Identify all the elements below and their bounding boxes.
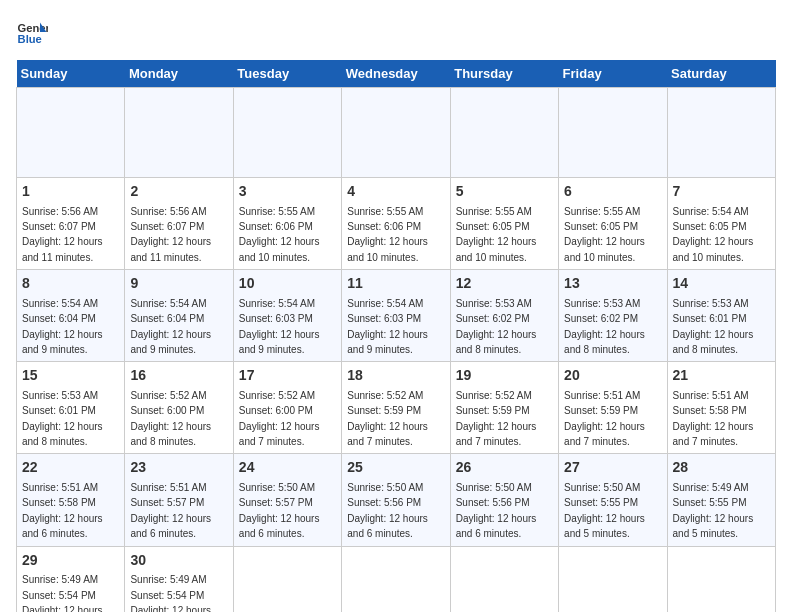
header-cell-thursday: Thursday	[450, 60, 558, 88]
day-info: Sunrise: 5:51 AM Sunset: 5:59 PM Dayligh…	[564, 390, 645, 447]
calendar-table: SundayMondayTuesdayWednesdayThursdayFrid…	[16, 60, 776, 612]
day-info: Sunrise: 5:55 AM Sunset: 6:06 PM Dayligh…	[347, 206, 428, 263]
day-number: 20	[564, 366, 661, 386]
day-info: Sunrise: 5:51 AM Sunset: 5:57 PM Dayligh…	[130, 482, 211, 539]
day-number: 6	[564, 182, 661, 202]
svg-text:Blue: Blue	[18, 33, 42, 45]
day-number: 26	[456, 458, 553, 478]
calendar-cell	[450, 88, 558, 178]
calendar-cell	[667, 88, 775, 178]
calendar-cell: 7Sunrise: 5:54 AM Sunset: 6:05 PM Daylig…	[667, 178, 775, 270]
day-number: 1	[22, 182, 119, 202]
calendar-week-4: 22Sunrise: 5:51 AM Sunset: 5:58 PM Dayli…	[17, 454, 776, 546]
day-info: Sunrise: 5:54 AM Sunset: 6:05 PM Dayligh…	[673, 206, 754, 263]
calendar-cell	[125, 88, 233, 178]
calendar-cell: 19Sunrise: 5:52 AM Sunset: 5:59 PM Dayli…	[450, 362, 558, 454]
calendar-cell: 11Sunrise: 5:54 AM Sunset: 6:03 PM Dayli…	[342, 270, 450, 362]
calendar-cell	[559, 88, 667, 178]
day-number: 23	[130, 458, 227, 478]
day-info: Sunrise: 5:52 AM Sunset: 5:59 PM Dayligh…	[456, 390, 537, 447]
calendar-cell: 24Sunrise: 5:50 AM Sunset: 5:57 PM Dayli…	[233, 454, 341, 546]
calendar-cell: 16Sunrise: 5:52 AM Sunset: 6:00 PM Dayli…	[125, 362, 233, 454]
day-info: Sunrise: 5:53 AM Sunset: 6:01 PM Dayligh…	[673, 298, 754, 355]
calendar-cell	[450, 546, 558, 612]
header-cell-sunday: Sunday	[17, 60, 125, 88]
day-info: Sunrise: 5:51 AM Sunset: 5:58 PM Dayligh…	[22, 482, 103, 539]
day-info: Sunrise: 5:54 AM Sunset: 6:04 PM Dayligh…	[22, 298, 103, 355]
day-number: 30	[130, 551, 227, 571]
calendar-cell: 23Sunrise: 5:51 AM Sunset: 5:57 PM Dayli…	[125, 454, 233, 546]
header-row: SundayMondayTuesdayWednesdayThursdayFrid…	[17, 60, 776, 88]
calendar-cell: 3Sunrise: 5:55 AM Sunset: 6:06 PM Daylig…	[233, 178, 341, 270]
calendar-cell	[667, 546, 775, 612]
calendar-cell: 18Sunrise: 5:52 AM Sunset: 5:59 PM Dayli…	[342, 362, 450, 454]
day-info: Sunrise: 5:54 AM Sunset: 6:04 PM Dayligh…	[130, 298, 211, 355]
day-info: Sunrise: 5:53 AM Sunset: 6:01 PM Dayligh…	[22, 390, 103, 447]
header-cell-monday: Monday	[125, 60, 233, 88]
day-info: Sunrise: 5:54 AM Sunset: 6:03 PM Dayligh…	[239, 298, 320, 355]
day-number: 15	[22, 366, 119, 386]
day-number: 7	[673, 182, 770, 202]
calendar-cell: 14Sunrise: 5:53 AM Sunset: 6:01 PM Dayli…	[667, 270, 775, 362]
calendar-cell: 17Sunrise: 5:52 AM Sunset: 6:00 PM Dayli…	[233, 362, 341, 454]
day-number: 21	[673, 366, 770, 386]
day-info: Sunrise: 5:50 AM Sunset: 5:55 PM Dayligh…	[564, 482, 645, 539]
day-info: Sunrise: 5:49 AM Sunset: 5:55 PM Dayligh…	[673, 482, 754, 539]
calendar-cell: 20Sunrise: 5:51 AM Sunset: 5:59 PM Dayli…	[559, 362, 667, 454]
day-number: 14	[673, 274, 770, 294]
header-cell-wednesday: Wednesday	[342, 60, 450, 88]
day-number: 28	[673, 458, 770, 478]
day-number: 10	[239, 274, 336, 294]
day-info: Sunrise: 5:49 AM Sunset: 5:54 PM Dayligh…	[130, 574, 211, 612]
calendar-week-2: 8Sunrise: 5:54 AM Sunset: 6:04 PM Daylig…	[17, 270, 776, 362]
calendar-cell: 4Sunrise: 5:55 AM Sunset: 6:06 PM Daylig…	[342, 178, 450, 270]
logo-icon: General Blue	[16, 16, 48, 48]
calendar-cell: 6Sunrise: 5:55 AM Sunset: 6:05 PM Daylig…	[559, 178, 667, 270]
day-number: 9	[130, 274, 227, 294]
calendar-header: SundayMondayTuesdayWednesdayThursdayFrid…	[17, 60, 776, 88]
day-info: Sunrise: 5:52 AM Sunset: 6:00 PM Dayligh…	[239, 390, 320, 447]
day-number: 12	[456, 274, 553, 294]
calendar-week-5: 29Sunrise: 5:49 AM Sunset: 5:54 PM Dayli…	[17, 546, 776, 612]
day-number: 2	[130, 182, 227, 202]
day-number: 16	[130, 366, 227, 386]
day-number: 27	[564, 458, 661, 478]
day-info: Sunrise: 5:56 AM Sunset: 6:07 PM Dayligh…	[130, 206, 211, 263]
day-info: Sunrise: 5:50 AM Sunset: 5:56 PM Dayligh…	[347, 482, 428, 539]
calendar-week-3: 15Sunrise: 5:53 AM Sunset: 6:01 PM Dayli…	[17, 362, 776, 454]
day-number: 29	[22, 551, 119, 571]
calendar-cell: 22Sunrise: 5:51 AM Sunset: 5:58 PM Dayli…	[17, 454, 125, 546]
day-info: Sunrise: 5:49 AM Sunset: 5:54 PM Dayligh…	[22, 574, 103, 612]
day-number: 22	[22, 458, 119, 478]
day-number: 5	[456, 182, 553, 202]
day-number: 17	[239, 366, 336, 386]
day-info: Sunrise: 5:52 AM Sunset: 5:59 PM Dayligh…	[347, 390, 428, 447]
calendar-cell: 30Sunrise: 5:49 AM Sunset: 5:54 PM Dayli…	[125, 546, 233, 612]
header-cell-tuesday: Tuesday	[233, 60, 341, 88]
calendar-cell: 28Sunrise: 5:49 AM Sunset: 5:55 PM Dayli…	[667, 454, 775, 546]
day-number: 13	[564, 274, 661, 294]
calendar-cell: 15Sunrise: 5:53 AM Sunset: 6:01 PM Dayli…	[17, 362, 125, 454]
day-info: Sunrise: 5:50 AM Sunset: 5:57 PM Dayligh…	[239, 482, 320, 539]
calendar-cell	[559, 546, 667, 612]
calendar-cell	[17, 88, 125, 178]
calendar-body: 1Sunrise: 5:56 AM Sunset: 6:07 PM Daylig…	[17, 88, 776, 613]
day-info: Sunrise: 5:55 AM Sunset: 6:05 PM Dayligh…	[456, 206, 537, 263]
calendar-cell	[342, 88, 450, 178]
calendar-cell: 1Sunrise: 5:56 AM Sunset: 6:07 PM Daylig…	[17, 178, 125, 270]
day-info: Sunrise: 5:53 AM Sunset: 6:02 PM Dayligh…	[456, 298, 537, 355]
day-number: 25	[347, 458, 444, 478]
day-info: Sunrise: 5:52 AM Sunset: 6:00 PM Dayligh…	[130, 390, 211, 447]
header: General Blue	[16, 16, 776, 48]
day-info: Sunrise: 5:55 AM Sunset: 6:05 PM Dayligh…	[564, 206, 645, 263]
day-number: 18	[347, 366, 444, 386]
calendar-cell: 27Sunrise: 5:50 AM Sunset: 5:55 PM Dayli…	[559, 454, 667, 546]
day-info: Sunrise: 5:50 AM Sunset: 5:56 PM Dayligh…	[456, 482, 537, 539]
day-number: 19	[456, 366, 553, 386]
day-number: 24	[239, 458, 336, 478]
day-info: Sunrise: 5:51 AM Sunset: 5:58 PM Dayligh…	[673, 390, 754, 447]
calendar-cell: 10Sunrise: 5:54 AM Sunset: 6:03 PM Dayli…	[233, 270, 341, 362]
calendar-cell: 9Sunrise: 5:54 AM Sunset: 6:04 PM Daylig…	[125, 270, 233, 362]
calendar-cell: 29Sunrise: 5:49 AM Sunset: 5:54 PM Dayli…	[17, 546, 125, 612]
logo: General Blue	[16, 16, 52, 48]
